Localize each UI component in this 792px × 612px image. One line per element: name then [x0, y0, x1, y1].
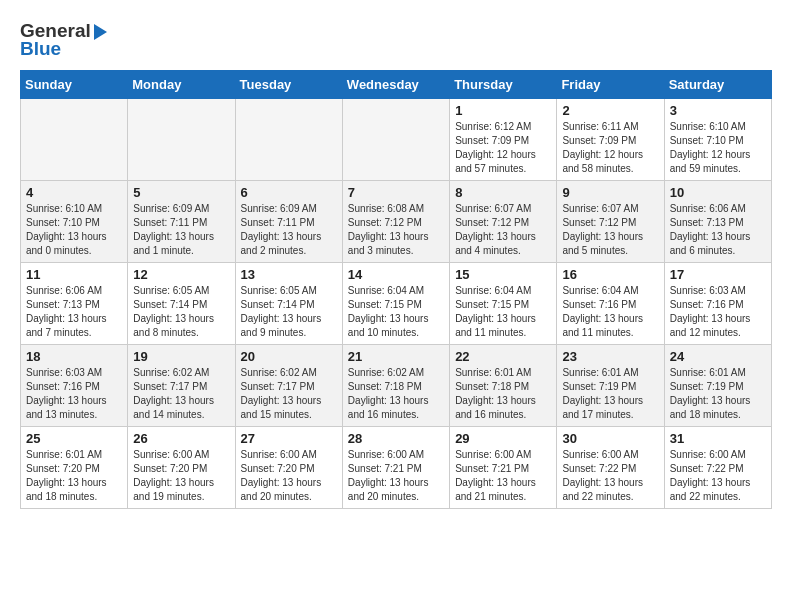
day-info: Sunrise: 6:09 AM Sunset: 7:11 PM Dayligh…: [241, 202, 337, 258]
day-number: 10: [670, 185, 766, 200]
calendar-cell: 9Sunrise: 6:07 AM Sunset: 7:12 PM Daylig…: [557, 181, 664, 263]
logo-blue-text: Blue: [20, 38, 61, 60]
day-number: 13: [241, 267, 337, 282]
calendar-cell: 16Sunrise: 6:04 AM Sunset: 7:16 PM Dayli…: [557, 263, 664, 345]
day-number: 17: [670, 267, 766, 282]
weekday-header-saturday: Saturday: [664, 71, 771, 99]
day-info: Sunrise: 6:10 AM Sunset: 7:10 PM Dayligh…: [26, 202, 122, 258]
calendar-cell: 10Sunrise: 6:06 AM Sunset: 7:13 PM Dayli…: [664, 181, 771, 263]
day-info: Sunrise: 6:01 AM Sunset: 7:18 PM Dayligh…: [455, 366, 551, 422]
logo: General Blue: [20, 20, 107, 60]
calendar-cell: 29Sunrise: 6:00 AM Sunset: 7:21 PM Dayli…: [450, 427, 557, 509]
day-number: 14: [348, 267, 444, 282]
day-info: Sunrise: 6:00 AM Sunset: 7:22 PM Dayligh…: [562, 448, 658, 504]
calendar-cell: 20Sunrise: 6:02 AM Sunset: 7:17 PM Dayli…: [235, 345, 342, 427]
calendar-cell: 28Sunrise: 6:00 AM Sunset: 7:21 PM Dayli…: [342, 427, 449, 509]
calendar-week-row: 11Sunrise: 6:06 AM Sunset: 7:13 PM Dayli…: [21, 263, 772, 345]
calendar-cell: [21, 99, 128, 181]
day-number: 21: [348, 349, 444, 364]
calendar-cell: 21Sunrise: 6:02 AM Sunset: 7:18 PM Dayli…: [342, 345, 449, 427]
day-number: 22: [455, 349, 551, 364]
day-number: 7: [348, 185, 444, 200]
day-info: Sunrise: 6:02 AM Sunset: 7:17 PM Dayligh…: [133, 366, 229, 422]
day-info: Sunrise: 6:02 AM Sunset: 7:17 PM Dayligh…: [241, 366, 337, 422]
weekday-header-tuesday: Tuesday: [235, 71, 342, 99]
calendar-cell: [235, 99, 342, 181]
day-info: Sunrise: 6:09 AM Sunset: 7:11 PM Dayligh…: [133, 202, 229, 258]
calendar-cell: 23Sunrise: 6:01 AM Sunset: 7:19 PM Dayli…: [557, 345, 664, 427]
day-info: Sunrise: 6:11 AM Sunset: 7:09 PM Dayligh…: [562, 120, 658, 176]
day-number: 29: [455, 431, 551, 446]
calendar-cell: 22Sunrise: 6:01 AM Sunset: 7:18 PM Dayli…: [450, 345, 557, 427]
calendar-week-row: 18Sunrise: 6:03 AM Sunset: 7:16 PM Dayli…: [21, 345, 772, 427]
day-number: 24: [670, 349, 766, 364]
day-info: Sunrise: 6:05 AM Sunset: 7:14 PM Dayligh…: [133, 284, 229, 340]
day-number: 3: [670, 103, 766, 118]
weekday-header-thursday: Thursday: [450, 71, 557, 99]
day-info: Sunrise: 6:06 AM Sunset: 7:13 PM Dayligh…: [26, 284, 122, 340]
calendar-cell: 26Sunrise: 6:00 AM Sunset: 7:20 PM Dayli…: [128, 427, 235, 509]
day-number: 31: [670, 431, 766, 446]
day-number: 6: [241, 185, 337, 200]
day-number: 25: [26, 431, 122, 446]
weekday-header-row: SundayMondayTuesdayWednesdayThursdayFrid…: [21, 71, 772, 99]
calendar-cell: 30Sunrise: 6:00 AM Sunset: 7:22 PM Dayli…: [557, 427, 664, 509]
calendar-week-row: 4Sunrise: 6:10 AM Sunset: 7:10 PM Daylig…: [21, 181, 772, 263]
calendar-cell: 3Sunrise: 6:10 AM Sunset: 7:10 PM Daylig…: [664, 99, 771, 181]
day-info: Sunrise: 6:12 AM Sunset: 7:09 PM Dayligh…: [455, 120, 551, 176]
day-info: Sunrise: 6:04 AM Sunset: 7:15 PM Dayligh…: [455, 284, 551, 340]
page-header: General Blue: [20, 20, 772, 60]
day-info: Sunrise: 6:00 AM Sunset: 7:22 PM Dayligh…: [670, 448, 766, 504]
calendar-week-row: 1Sunrise: 6:12 AM Sunset: 7:09 PM Daylig…: [21, 99, 772, 181]
calendar-cell: [128, 99, 235, 181]
day-number: 2: [562, 103, 658, 118]
calendar-cell: 1Sunrise: 6:12 AM Sunset: 7:09 PM Daylig…: [450, 99, 557, 181]
day-info: Sunrise: 6:00 AM Sunset: 7:20 PM Dayligh…: [133, 448, 229, 504]
calendar-cell: 4Sunrise: 6:10 AM Sunset: 7:10 PM Daylig…: [21, 181, 128, 263]
day-info: Sunrise: 6:04 AM Sunset: 7:16 PM Dayligh…: [562, 284, 658, 340]
day-number: 1: [455, 103, 551, 118]
calendar-cell: 5Sunrise: 6:09 AM Sunset: 7:11 PM Daylig…: [128, 181, 235, 263]
day-number: 30: [562, 431, 658, 446]
day-info: Sunrise: 6:07 AM Sunset: 7:12 PM Dayligh…: [455, 202, 551, 258]
day-number: 9: [562, 185, 658, 200]
weekday-header-monday: Monday: [128, 71, 235, 99]
weekday-header-wednesday: Wednesday: [342, 71, 449, 99]
day-info: Sunrise: 6:03 AM Sunset: 7:16 PM Dayligh…: [26, 366, 122, 422]
day-info: Sunrise: 6:00 AM Sunset: 7:21 PM Dayligh…: [455, 448, 551, 504]
day-info: Sunrise: 6:01 AM Sunset: 7:19 PM Dayligh…: [562, 366, 658, 422]
day-number: 26: [133, 431, 229, 446]
day-number: 16: [562, 267, 658, 282]
day-number: 8: [455, 185, 551, 200]
day-number: 19: [133, 349, 229, 364]
calendar-cell: 13Sunrise: 6:05 AM Sunset: 7:14 PM Dayli…: [235, 263, 342, 345]
calendar-cell: 27Sunrise: 6:00 AM Sunset: 7:20 PM Dayli…: [235, 427, 342, 509]
calendar-cell: 12Sunrise: 6:05 AM Sunset: 7:14 PM Dayli…: [128, 263, 235, 345]
day-info: Sunrise: 6:00 AM Sunset: 7:20 PM Dayligh…: [241, 448, 337, 504]
day-info: Sunrise: 6:07 AM Sunset: 7:12 PM Dayligh…: [562, 202, 658, 258]
day-info: Sunrise: 6:04 AM Sunset: 7:15 PM Dayligh…: [348, 284, 444, 340]
weekday-header-sunday: Sunday: [21, 71, 128, 99]
day-number: 28: [348, 431, 444, 446]
calendar-cell: 19Sunrise: 6:02 AM Sunset: 7:17 PM Dayli…: [128, 345, 235, 427]
day-number: 18: [26, 349, 122, 364]
day-info: Sunrise: 6:10 AM Sunset: 7:10 PM Dayligh…: [670, 120, 766, 176]
day-info: Sunrise: 6:06 AM Sunset: 7:13 PM Dayligh…: [670, 202, 766, 258]
calendar-cell: 2Sunrise: 6:11 AM Sunset: 7:09 PM Daylig…: [557, 99, 664, 181]
day-info: Sunrise: 6:05 AM Sunset: 7:14 PM Dayligh…: [241, 284, 337, 340]
day-info: Sunrise: 6:02 AM Sunset: 7:18 PM Dayligh…: [348, 366, 444, 422]
day-number: 15: [455, 267, 551, 282]
day-info: Sunrise: 6:01 AM Sunset: 7:20 PM Dayligh…: [26, 448, 122, 504]
calendar-cell: 8Sunrise: 6:07 AM Sunset: 7:12 PM Daylig…: [450, 181, 557, 263]
calendar-cell: 11Sunrise: 6:06 AM Sunset: 7:13 PM Dayli…: [21, 263, 128, 345]
calendar-cell: 31Sunrise: 6:00 AM Sunset: 7:22 PM Dayli…: [664, 427, 771, 509]
day-number: 4: [26, 185, 122, 200]
calendar-cell: 14Sunrise: 6:04 AM Sunset: 7:15 PM Dayli…: [342, 263, 449, 345]
calendar-cell: 15Sunrise: 6:04 AM Sunset: 7:15 PM Dayli…: [450, 263, 557, 345]
day-number: 12: [133, 267, 229, 282]
day-number: 11: [26, 267, 122, 282]
day-info: Sunrise: 6:00 AM Sunset: 7:21 PM Dayligh…: [348, 448, 444, 504]
logo-arrow-icon: [94, 24, 107, 40]
calendar-cell: 17Sunrise: 6:03 AM Sunset: 7:16 PM Dayli…: [664, 263, 771, 345]
calendar-cell: 18Sunrise: 6:03 AM Sunset: 7:16 PM Dayli…: [21, 345, 128, 427]
